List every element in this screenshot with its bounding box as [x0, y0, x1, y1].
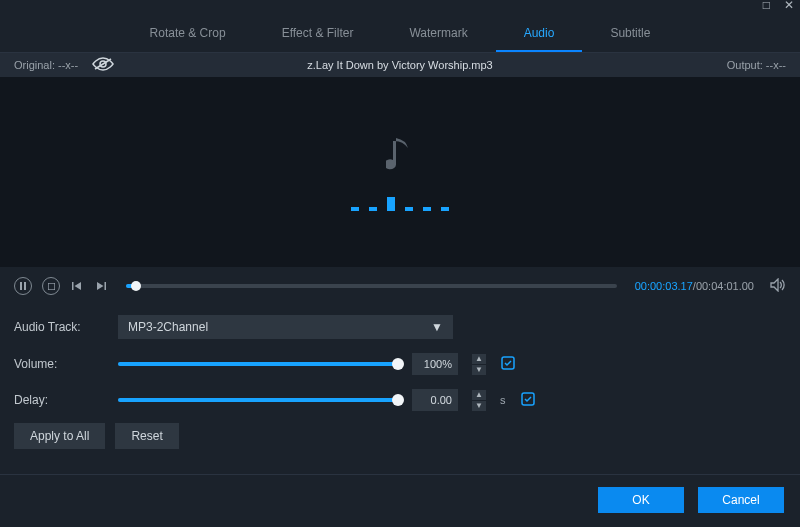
current-time: 00:00:03.17	[635, 280, 693, 292]
volume-slider[interactable]	[118, 362, 398, 366]
action-buttons: Apply to All Reset	[0, 415, 800, 449]
svg-marker-5	[75, 282, 82, 290]
volume-label: Volume:	[14, 357, 104, 371]
svg-rect-6	[105, 282, 107, 290]
maximize-button[interactable]: □	[763, 0, 770, 10]
volume-value[interactable]: 100%	[412, 353, 458, 375]
stop-button[interactable]	[42, 277, 60, 295]
prev-button[interactable]	[70, 277, 84, 295]
original-size-label: Original: --x--	[14, 59, 78, 71]
delay-label: Delay:	[14, 393, 104, 407]
audio-track-value: MP3-2Channel	[128, 320, 208, 334]
volume-icon[interactable]	[770, 278, 786, 295]
svg-rect-2	[24, 282, 26, 290]
chevron-down-icon: ▼	[431, 320, 443, 334]
delay-step-down[interactable]: ▼	[472, 401, 486, 411]
svg-rect-4	[72, 282, 74, 290]
tab-audio[interactable]: Audio	[496, 18, 583, 52]
audio-controls: Audio Track: MP3-2Channel ▼ Volume: 100%…	[0, 305, 800, 415]
footer: OK Cancel	[0, 474, 800, 527]
reset-button[interactable]: Reset	[115, 423, 178, 449]
svg-rect-3	[48, 283, 55, 290]
time-display: 00:00:03.17/00:04:01.00	[635, 280, 754, 292]
apply-to-all-button[interactable]: Apply to All	[14, 423, 105, 449]
output-size-label: Output: --x--	[586, 59, 786, 71]
delay-slider[interactable]	[118, 398, 398, 402]
info-row: Original: --x-- z.Lay It Down by Victory…	[0, 53, 800, 77]
volume-reset-icon[interactable]	[500, 355, 516, 374]
delay-unit: s	[500, 394, 506, 406]
preview-toggle-icon[interactable]	[92, 57, 114, 73]
equalizer-icon	[351, 191, 449, 211]
delay-step-up[interactable]: ▲	[472, 390, 486, 400]
close-button[interactable]: ✕	[784, 0, 794, 10]
tab-subtitle[interactable]: Subtitle	[582, 18, 678, 52]
svg-rect-1	[20, 282, 22, 290]
audio-track-label: Audio Track:	[14, 320, 104, 334]
music-note-icon	[386, 134, 414, 177]
transport-bar: 00:00:03.17/00:04:01.00	[0, 267, 800, 305]
tab-bar: Rotate & Crop Effect & Filter Watermark …	[0, 12, 800, 53]
tab-effect-filter[interactable]: Effect & Filter	[254, 18, 382, 52]
total-time: 00:04:01.00	[696, 280, 754, 292]
timeline-slider[interactable]	[126, 284, 617, 288]
audio-track-select[interactable]: MP3-2Channel ▼	[118, 315, 453, 339]
ok-button[interactable]: OK	[598, 487, 684, 513]
pause-button[interactable]	[14, 277, 32, 295]
next-button[interactable]	[94, 277, 108, 295]
svg-marker-8	[771, 279, 778, 291]
volume-step-down[interactable]: ▼	[472, 365, 486, 375]
tab-rotate-crop[interactable]: Rotate & Crop	[122, 18, 254, 52]
cancel-button[interactable]: Cancel	[698, 487, 784, 513]
delay-reset-icon[interactable]	[520, 391, 536, 410]
filename-label: z.Lay It Down by Victory Worship.mp3	[214, 59, 586, 71]
delay-value[interactable]: 0.00	[412, 389, 458, 411]
titlebar: □ ✕	[0, 0, 800, 12]
volume-step-up[interactable]: ▲	[472, 354, 486, 364]
svg-marker-7	[97, 282, 104, 290]
tab-watermark[interactable]: Watermark	[381, 18, 495, 52]
preview-area	[0, 77, 800, 267]
